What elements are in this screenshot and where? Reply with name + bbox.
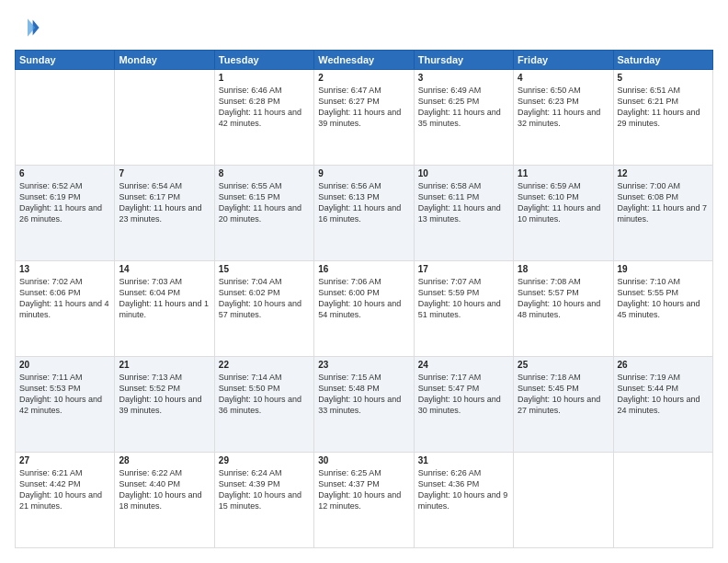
week-row-2: 6Sunrise: 6:52 AM Sunset: 6:19 PM Daylig… <box>16 166 713 261</box>
calendar-cell: 22Sunrise: 7:14 AM Sunset: 5:50 PM Dayli… <box>214 357 313 453</box>
calendar-cell: 21Sunrise: 7:13 AM Sunset: 5:52 PM Dayli… <box>115 357 214 453</box>
day-info: Sunrise: 7:04 AM Sunset: 6:02 PM Dayligh… <box>219 276 310 321</box>
calendar-cell: 4Sunrise: 6:50 AM Sunset: 6:23 PM Daylig… <box>514 70 613 166</box>
header <box>15 15 713 40</box>
day-header-friday: Friday <box>514 51 613 70</box>
calendar-cell: 9Sunrise: 6:56 AM Sunset: 6:13 PM Daylig… <box>314 166 414 261</box>
day-info: Sunrise: 7:19 AM Sunset: 5:44 PM Dayligh… <box>618 372 709 417</box>
day-info: Sunrise: 7:07 AM Sunset: 5:59 PM Dayligh… <box>418 276 509 321</box>
day-info: Sunrise: 6:59 AM Sunset: 6:10 PM Dayligh… <box>518 180 609 225</box>
day-info: Sunrise: 6:22 AM Sunset: 4:40 PM Dayligh… <box>119 467 210 512</box>
svg-marker-1 <box>28 18 35 37</box>
day-header-wednesday: Wednesday <box>314 51 414 70</box>
day-header-monday: Monday <box>115 51 214 70</box>
day-number: 13 <box>19 264 110 274</box>
calendar-cell <box>613 453 712 548</box>
calendar-cell <box>514 453 613 548</box>
day-number: 24 <box>418 360 509 370</box>
calendar-cell: 6Sunrise: 6:52 AM Sunset: 6:19 PM Daylig… <box>16 166 115 261</box>
day-number: 9 <box>318 168 409 178</box>
calendar-cell <box>115 70 214 166</box>
day-number: 11 <box>518 168 609 178</box>
calendar-cell: 15Sunrise: 7:04 AM Sunset: 6:02 PM Dayli… <box>214 261 313 357</box>
page: SundayMondayTuesdayWednesdayThursdayFrid… <box>0 0 728 563</box>
day-number: 19 <box>618 264 709 274</box>
day-info: Sunrise: 6:58 AM Sunset: 6:11 PM Dayligh… <box>418 180 509 225</box>
logo <box>15 15 44 40</box>
calendar-cell: 23Sunrise: 7:15 AM Sunset: 5:48 PM Dayli… <box>314 357 414 453</box>
day-info: Sunrise: 7:08 AM Sunset: 5:57 PM Dayligh… <box>518 276 609 321</box>
calendar-cell: 11Sunrise: 6:59 AM Sunset: 6:10 PM Dayli… <box>514 166 613 261</box>
day-info: Sunrise: 6:24 AM Sunset: 4:39 PM Dayligh… <box>219 467 310 512</box>
day-number: 23 <box>318 360 409 370</box>
calendar-cell: 20Sunrise: 7:11 AM Sunset: 5:53 PM Dayli… <box>16 357 115 453</box>
calendar-cell <box>16 70 115 166</box>
calendar-cell: 19Sunrise: 7:10 AM Sunset: 5:55 PM Dayli… <box>613 261 712 357</box>
day-info: Sunrise: 6:26 AM Sunset: 4:36 PM Dayligh… <box>418 467 509 512</box>
day-number: 5 <box>618 73 709 83</box>
day-number: 21 <box>119 360 210 370</box>
day-number: 29 <box>219 455 310 465</box>
calendar-cell: 26Sunrise: 7:19 AM Sunset: 5:44 PM Dayli… <box>613 357 712 453</box>
calendar-cell: 7Sunrise: 6:54 AM Sunset: 6:17 PM Daylig… <box>115 166 214 261</box>
day-info: Sunrise: 6:25 AM Sunset: 4:37 PM Dayligh… <box>318 467 409 512</box>
day-info: Sunrise: 6:55 AM Sunset: 6:15 PM Dayligh… <box>219 180 310 225</box>
week-row-1: 1Sunrise: 6:46 AM Sunset: 6:28 PM Daylig… <box>16 70 713 166</box>
calendar-cell: 12Sunrise: 7:00 AM Sunset: 6:08 PM Dayli… <box>613 166 712 261</box>
day-number: 8 <box>219 168 310 178</box>
day-info: Sunrise: 7:13 AM Sunset: 5:52 PM Dayligh… <box>119 372 210 417</box>
calendar-cell: 16Sunrise: 7:06 AM Sunset: 6:00 PM Dayli… <box>314 261 414 357</box>
day-header-sunday: Sunday <box>16 51 115 70</box>
day-info: Sunrise: 6:50 AM Sunset: 6:23 PM Dayligh… <box>518 85 609 130</box>
day-number: 4 <box>518 73 609 83</box>
calendar-cell: 24Sunrise: 7:17 AM Sunset: 5:47 PM Dayli… <box>414 357 513 453</box>
calendar-cell: 10Sunrise: 6:58 AM Sunset: 6:11 PM Dayli… <box>414 166 513 261</box>
day-info: Sunrise: 7:15 AM Sunset: 5:48 PM Dayligh… <box>318 372 409 417</box>
day-number: 6 <box>19 168 110 178</box>
day-number: 2 <box>318 73 409 83</box>
day-number: 3 <box>418 73 509 83</box>
day-number: 30 <box>318 455 409 465</box>
week-row-3: 13Sunrise: 7:02 AM Sunset: 6:06 PM Dayli… <box>16 261 713 357</box>
calendar-cell: 2Sunrise: 6:47 AM Sunset: 6:27 PM Daylig… <box>314 70 414 166</box>
calendar-cell: 18Sunrise: 7:08 AM Sunset: 5:57 PM Dayli… <box>514 261 613 357</box>
day-info: Sunrise: 6:54 AM Sunset: 6:17 PM Dayligh… <box>119 180 210 225</box>
calendar-cell: 14Sunrise: 7:03 AM Sunset: 6:04 PM Dayli… <box>115 261 214 357</box>
day-number: 20 <box>19 360 110 370</box>
week-row-4: 20Sunrise: 7:11 AM Sunset: 5:53 PM Dayli… <box>16 357 713 453</box>
day-number: 12 <box>618 168 709 178</box>
calendar-cell: 17Sunrise: 7:07 AM Sunset: 5:59 PM Dayli… <box>414 261 513 357</box>
week-row-5: 27Sunrise: 6:21 AM Sunset: 4:42 PM Dayli… <box>16 453 713 548</box>
day-info: Sunrise: 7:11 AM Sunset: 5:53 PM Dayligh… <box>19 372 110 417</box>
calendar-cell: 5Sunrise: 6:51 AM Sunset: 6:21 PM Daylig… <box>613 70 712 166</box>
calendar-cell: 27Sunrise: 6:21 AM Sunset: 4:42 PM Dayli… <box>16 453 115 548</box>
calendar: SundayMondayTuesdayWednesdayThursdayFrid… <box>15 50 713 548</box>
day-number: 25 <box>518 360 609 370</box>
day-number: 26 <box>618 360 709 370</box>
day-number: 27 <box>19 455 110 465</box>
day-header-thursday: Thursday <box>414 51 513 70</box>
logo-icon <box>15 15 40 40</box>
day-number: 17 <box>418 264 509 274</box>
day-number: 31 <box>418 455 509 465</box>
day-info: Sunrise: 6:21 AM Sunset: 4:42 PM Dayligh… <box>19 467 110 512</box>
calendar-cell: 13Sunrise: 7:02 AM Sunset: 6:06 PM Dayli… <box>16 261 115 357</box>
day-info: Sunrise: 7:17 AM Sunset: 5:47 PM Dayligh… <box>418 372 509 417</box>
day-info: Sunrise: 6:51 AM Sunset: 6:21 PM Dayligh… <box>618 85 709 130</box>
day-number: 16 <box>318 264 409 274</box>
day-number: 10 <box>418 168 509 178</box>
calendar-cell: 30Sunrise: 6:25 AM Sunset: 4:37 PM Dayli… <box>314 453 414 548</box>
day-info: Sunrise: 7:14 AM Sunset: 5:50 PM Dayligh… <box>219 372 310 417</box>
calendar-cell: 1Sunrise: 6:46 AM Sunset: 6:28 PM Daylig… <box>214 70 313 166</box>
day-info: Sunrise: 6:56 AM Sunset: 6:13 PM Dayligh… <box>318 180 409 225</box>
calendar-cell: 8Sunrise: 6:55 AM Sunset: 6:15 PM Daylig… <box>214 166 313 261</box>
calendar-cell: 25Sunrise: 7:18 AM Sunset: 5:45 PM Dayli… <box>514 357 613 453</box>
day-number: 18 <box>518 264 609 274</box>
day-info: Sunrise: 7:02 AM Sunset: 6:06 PM Dayligh… <box>19 276 110 321</box>
day-header-tuesday: Tuesday <box>214 51 313 70</box>
day-number: 14 <box>119 264 210 274</box>
day-info: Sunrise: 7:06 AM Sunset: 6:00 PM Dayligh… <box>318 276 409 321</box>
day-info: Sunrise: 7:03 AM Sunset: 6:04 PM Dayligh… <box>119 276 210 321</box>
day-info: Sunrise: 6:52 AM Sunset: 6:19 PM Dayligh… <box>19 180 110 225</box>
calendar-cell: 28Sunrise: 6:22 AM Sunset: 4:40 PM Dayli… <box>115 453 214 548</box>
